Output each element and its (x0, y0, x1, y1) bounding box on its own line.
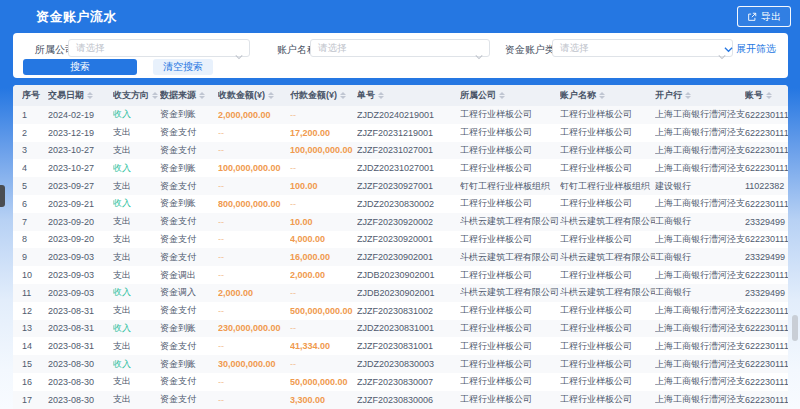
sort-icon[interactable] (268, 92, 274, 99)
sort-icon[interactable] (199, 92, 205, 99)
cell-account-no: 622230111 (745, 234, 788, 244)
cell-bank: 工商银行 (655, 286, 745, 299)
company-filter-select[interactable]: 请选择 (68, 39, 250, 57)
cell-date: 2023-12-19 (48, 128, 113, 138)
cell-account-name: 工程行业样板公司 (560, 108, 655, 121)
scrollbar-thumb[interactable] (792, 315, 798, 341)
cell-order-no: ZJDZ20230831001 (357, 323, 460, 333)
cell-direction: 支出 (113, 269, 160, 282)
cell-income: 2,000.00 (218, 288, 290, 298)
cell-income: -- (218, 252, 290, 262)
cell-direction: 支出 (113, 144, 160, 157)
cell-bank: 上海工商银行漕河泾支行 (655, 375, 745, 388)
sort-icon[interactable] (378, 92, 384, 99)
cell-bank: 上海工商银行漕河泾支行 (655, 233, 745, 246)
export-button[interactable]: 导出 (737, 6, 791, 27)
cell-company: 工程行业样板公司 (460, 108, 560, 121)
cell-income: 30,000,000.00 (218, 359, 290, 369)
account-name-filter-placeholder: 请选择 (318, 42, 347, 55)
cell-company: 钉钉工程行业样板组织 (460, 180, 560, 193)
cell-income: -- (218, 270, 290, 280)
cell-source: 资金支付 (160, 393, 218, 406)
cell-date: 2023-09-03 (48, 252, 113, 262)
account-type-filter-select[interactable]: 请选择 (552, 39, 733, 57)
cell-order-no: ZJZF20230927001 (357, 181, 460, 191)
cell-payment: -- (290, 359, 357, 369)
sort-icon[interactable] (340, 92, 346, 99)
left-edge-handle[interactable] (0, 185, 5, 207)
cell-order-no: ZJZF20230920001 (357, 234, 460, 244)
col-header-label: 付款金额(¥) (290, 89, 337, 102)
col-header-bank[interactable]: 开户行 (655, 89, 745, 102)
expand-filters-label: 展开筛选 (736, 42, 776, 56)
cell-order-no: ZJZF20230831001 (357, 341, 460, 351)
cell-direction: 收入 (113, 162, 160, 175)
col-header-label: 收款金额(¥) (218, 89, 265, 102)
cell-source: 资金到账 (160, 322, 218, 335)
sort-icon[interactable] (766, 92, 772, 99)
export-button-label: 导出 (761, 10, 781, 24)
col-header-label: 所属公司 (460, 89, 496, 102)
cell-index: 9 (22, 252, 48, 262)
cell-direction: 支出 (113, 393, 160, 406)
cell-account-name: 工程行业样板公司 (560, 162, 655, 175)
cell-account-name: 钉钉工程行业样板组织 (560, 180, 655, 193)
cell-company: 工程行业样板公司 (460, 358, 560, 371)
cell-company: 工程行业样板公司 (460, 375, 560, 388)
flow-table-card: 序号交易日期收支方向数据来源收款金额(¥)付款金额(¥)单号所属公司账户名称开户… (13, 85, 788, 409)
cell-payment: -- (290, 110, 357, 120)
col-header-company[interactable]: 所属公司 (460, 89, 560, 102)
cell-payment: 17,200.00 (290, 128, 357, 138)
expand-filters-link[interactable]: 展开筛选 (724, 42, 776, 56)
col-header-direction[interactable]: 收支方向 (113, 89, 160, 102)
account-name-filter-select[interactable]: 请选择 (310, 39, 490, 57)
sort-icon[interactable] (685, 92, 691, 99)
sort-icon[interactable] (152, 92, 158, 99)
cell-account-no: 23329499 (745, 217, 788, 227)
table-row: 12024-02-19收入资金到账2,000,000.00--ZJDZ20240… (13, 106, 788, 124)
col-header-order-no[interactable]: 单号 (357, 89, 460, 102)
sort-icon[interactable] (599, 92, 605, 99)
sort-icon[interactable] (87, 92, 93, 99)
col-header-date[interactable]: 交易日期 (48, 89, 113, 102)
cell-index: 15 (22, 359, 48, 369)
table-row: 122023-08-31支出资金支付--500,000,000.00ZJZF20… (13, 302, 788, 320)
cell-index: 13 (22, 323, 48, 333)
cell-index: 4 (22, 163, 48, 173)
search-button[interactable]: 搜索 (23, 59, 137, 75)
cell-account-name: 斗栱云建筑工程有限公司 (560, 215, 655, 228)
sort-icon[interactable] (499, 92, 505, 99)
cell-source: 资金调出 (160, 269, 218, 282)
col-header-account-name[interactable]: 账户名称 (560, 89, 655, 102)
col-header-income[interactable]: 收款金额(¥) (218, 89, 290, 102)
cell-account-name: 工程行业样板公司 (560, 304, 655, 317)
cell-index: 11 (22, 288, 48, 298)
table-row: 92023-09-03支出资金支付--16,000.00ZJZF20230902… (13, 248, 788, 266)
col-header-account-no[interactable]: 账号 (745, 89, 788, 102)
cell-source: 资金调入 (160, 286, 218, 299)
cell-income: -- (218, 181, 290, 191)
cell-payment: 500,000,000.00 (290, 306, 357, 316)
cell-payment: 10.00 (290, 217, 357, 227)
col-header-payment[interactable]: 付款金额(¥) (290, 89, 357, 102)
cell-income: -- (218, 128, 290, 138)
clear-search-button[interactable]: 清空搜索 (153, 59, 213, 75)
cell-index: 17 (22, 395, 48, 405)
col-header-source[interactable]: 数据来源 (160, 89, 218, 102)
cell-order-no: ZJZF20230831002 (357, 306, 460, 316)
cell-account-no: 622230111 (745, 163, 788, 173)
table-row: 72023-09-20支出资金支付--10.00ZJZF20230920002斗… (13, 213, 788, 231)
cell-index: 14 (22, 341, 48, 351)
filter-card: 所属公司 请选择 账户名称 请选择 资金账户类型 请选择 展开筛选 搜索 清空搜… (13, 33, 788, 78)
cell-account-no: 622230111 (745, 323, 788, 333)
top-bar: 资金账户流水 导出 (0, 0, 800, 30)
cell-direction: 支出 (113, 126, 160, 139)
company-filter-placeholder: 请选择 (76, 42, 105, 55)
export-icon (747, 12, 757, 22)
cell-source: 资金到账 (160, 108, 218, 121)
cell-income: 800,000,000.00 (218, 199, 290, 209)
cell-bank: 上海工商银行漕河泾支行 (655, 197, 745, 210)
cell-source: 资金支付 (160, 126, 218, 139)
cell-payment: -- (290, 199, 357, 209)
cell-payment: -- (290, 163, 357, 173)
